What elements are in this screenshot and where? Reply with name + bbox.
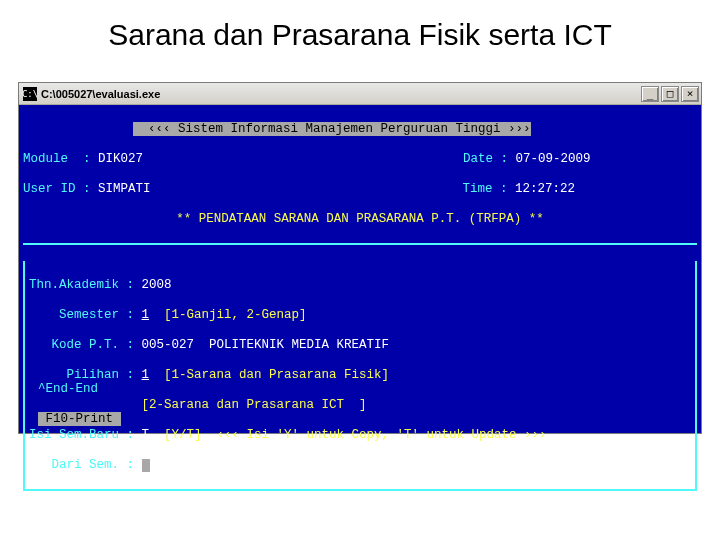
thn-input[interactable]: 2008 [142,278,172,292]
time-value: 12:27:22 [515,182,575,196]
slide-title: Sarana dan Prasarana Fisik serta ICT [0,0,720,82]
f10-print-hint: F10-Print [38,412,121,426]
dari-input[interactable]: / [150,458,173,472]
cmd-icon: C:\ [23,87,37,101]
isi-input[interactable]: T [142,428,150,442]
titlebar: C:\ C:\005027\evaluasi.exe _ □ × [19,83,701,105]
thn-label: Thn.Akademik : [29,278,142,292]
semester-label: Semester : [29,308,142,322]
console-screen: ‹‹‹ Sistem Informasi Manajemen Perguruan… [19,105,701,433]
module-label: Module : [23,152,98,166]
app-banner: ‹‹‹ Sistem Informasi Manajemen Perguruan… [133,122,531,136]
isi-label: Isi Sem.Baru : [29,428,142,442]
semester-hint: [1-Ganjil, 2-Genap] [149,308,307,322]
close-button[interactable]: × [681,86,699,102]
kode-input[interactable]: 005-027 [142,338,195,352]
maximize-button[interactable]: □ [661,86,679,102]
date-value: 07-09-2009 [516,152,591,166]
cursor-icon [142,459,150,472]
end-hint: ^End-End [38,382,98,396]
console-window: C:\ C:\005027\evaluasi.exe _ □ × ‹‹‹ Sis… [18,82,702,434]
kode-name: POLITEKNIK MEDIA KREATIF [194,338,389,352]
semester-input[interactable]: 1 [142,308,150,322]
module-value: DIK027 [98,152,143,166]
time-label: Time : [463,182,516,196]
user-value: SIMPATI [98,182,151,196]
user-label: User ID : [23,182,98,196]
kode-label: Kode P.T. : [29,338,142,352]
minimize-button[interactable]: _ [641,86,659,102]
subtitle: ** PENDATAAN SARANA DAN PRASARANA P.T. (… [176,212,544,226]
dari-label: Dari Sem. : [29,458,142,472]
isi-hint: [Y/T] ‹‹‹ Isi 'Y' untuk Copy, 'T' untuk … [149,428,547,442]
window-title: C:\005027\evaluasi.exe [41,88,641,100]
date-label: Date : [463,152,516,166]
